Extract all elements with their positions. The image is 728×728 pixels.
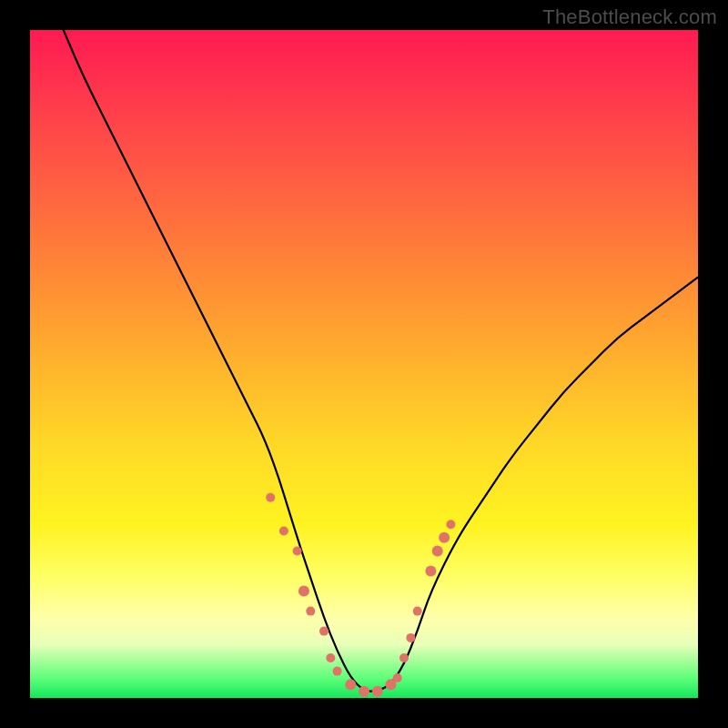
watermark-text: TheBottleneck.com: [542, 5, 717, 29]
curve-marker: [393, 673, 402, 682]
curve-marker: [293, 547, 302, 556]
curve-marker: [279, 527, 288, 536]
curve-marker: [399, 653, 409, 662]
curve-marker: [406, 633, 415, 642]
curve-marker: [326, 653, 335, 662]
chart-frame: TheBottleneck.com: [0, 0, 728, 728]
marker-group: [266, 493, 455, 697]
curve-svg: [30, 30, 698, 698]
bottleneck-curve: [64, 30, 698, 692]
curve-marker: [345, 679, 356, 690]
curve-marker: [446, 520, 455, 529]
curve-marker: [439, 532, 450, 543]
curve-marker: [333, 667, 342, 676]
curve-marker: [266, 493, 275, 502]
curve-marker: [359, 686, 369, 697]
curve-marker: [432, 546, 443, 557]
curve-marker: [306, 607, 315, 616]
curve-marker: [425, 566, 436, 577]
plot-area: [30, 30, 698, 698]
curve-marker: [372, 686, 383, 697]
curve-marker: [413, 607, 422, 616]
curve-marker: [319, 627, 329, 636]
curve-marker: [298, 586, 309, 597]
